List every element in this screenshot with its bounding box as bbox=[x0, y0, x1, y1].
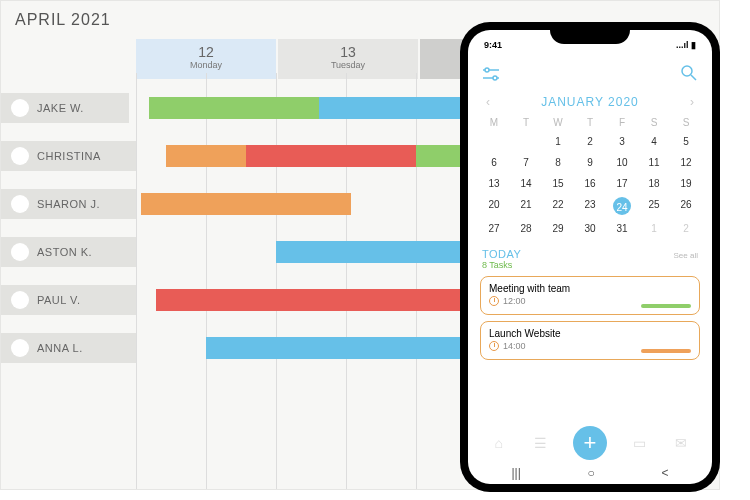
avatar bbox=[11, 339, 29, 357]
calendar-dow: T bbox=[574, 117, 606, 128]
avatar bbox=[11, 243, 29, 261]
back-button[interactable]: < bbox=[662, 466, 669, 480]
person-cell[interactable]: SHARON J. bbox=[1, 189, 136, 219]
task-progress bbox=[641, 349, 691, 353]
calendar-day[interactable]: 7 bbox=[510, 155, 542, 170]
calendar-day[interactable]: 30 bbox=[574, 221, 606, 236]
calendar-day[interactable]: 19 bbox=[670, 176, 702, 191]
calendar-day[interactable]: 5 bbox=[670, 134, 702, 149]
home-button[interactable]: ○ bbox=[588, 466, 595, 480]
chevron-right-icon[interactable]: › bbox=[690, 95, 694, 109]
svg-point-1 bbox=[485, 68, 489, 72]
calendar-day bbox=[478, 134, 510, 149]
task-card[interactable]: Launch Website14:00 bbox=[480, 321, 700, 360]
calendar-day[interactable]: 15 bbox=[542, 176, 574, 191]
calendar-day[interactable]: 24 bbox=[613, 197, 631, 215]
filter-icon[interactable] bbox=[482, 65, 500, 86]
person-cell[interactable]: CHRISTINA bbox=[1, 141, 136, 171]
phone-screen: 9:41 ...ıl ▮ ‹ JANUARY 2020 › MTWTFSS123… bbox=[468, 30, 712, 484]
task-title: Launch Website bbox=[489, 328, 691, 339]
calendar-day[interactable]: 1 bbox=[638, 221, 670, 236]
calendar-dow: S bbox=[638, 117, 670, 128]
task-bar[interactable] bbox=[246, 145, 416, 167]
list-icon[interactable]: ☰ bbox=[531, 434, 549, 452]
task-bar[interactable] bbox=[166, 145, 246, 167]
calendar-grid: MTWTFSS123456789101112131415161718192021… bbox=[478, 117, 702, 236]
svg-line-5 bbox=[691, 75, 696, 80]
search-icon[interactable] bbox=[680, 64, 698, 87]
calendar-day[interactable]: 27 bbox=[478, 221, 510, 236]
person-cell[interactable]: ASTON K. bbox=[1, 237, 136, 267]
calendar-day[interactable]: 11 bbox=[638, 155, 670, 170]
tab-bar: ⌂ ☰ + ▭ ✉ bbox=[478, 420, 702, 462]
see-all-link[interactable]: See all bbox=[674, 251, 698, 260]
calendar-day[interactable]: 18 bbox=[638, 176, 670, 191]
android-nav: ||| ○ < bbox=[478, 462, 702, 480]
task-card[interactable]: Meeting with team12:00 bbox=[480, 276, 700, 315]
calendar-day[interactable]: 2 bbox=[670, 221, 702, 236]
day-column[interactable]: 13 Tuesday bbox=[278, 39, 418, 79]
calendar-day[interactable]: 16 bbox=[574, 176, 606, 191]
calendar-day[interactable]: 21 bbox=[510, 197, 542, 215]
task-bar[interactable] bbox=[149, 97, 319, 119]
calendar-day[interactable]: 12 bbox=[670, 155, 702, 170]
calendar-day[interactable]: 23 bbox=[574, 197, 606, 215]
calendar-day[interactable]: 4 bbox=[638, 134, 670, 149]
calendar-dow: M bbox=[478, 117, 510, 128]
task-progress bbox=[641, 304, 691, 308]
calendar-dow: S bbox=[670, 117, 702, 128]
calendar-dow: W bbox=[542, 117, 574, 128]
calendar-day[interactable]: 22 bbox=[542, 197, 574, 215]
svg-point-3 bbox=[493, 76, 497, 80]
calendar-day[interactable]: 31 bbox=[606, 221, 638, 236]
today-section: TODAY 8 Tasks See all Meeting with team1… bbox=[478, 248, 702, 366]
phone-notch bbox=[550, 30, 630, 44]
calendar-day[interactable]: 9 bbox=[574, 155, 606, 170]
calendar-day[interactable]: 1 bbox=[542, 134, 574, 149]
calendar-day bbox=[510, 134, 542, 149]
task-bar[interactable] bbox=[141, 193, 351, 215]
avatar bbox=[11, 99, 29, 117]
clock-icon bbox=[489, 296, 499, 306]
today-label: TODAY bbox=[482, 248, 521, 260]
day-column[interactable]: 12 Monday bbox=[136, 39, 276, 79]
mail-icon[interactable]: ✉ bbox=[672, 434, 690, 452]
calendar-title: JANUARY 2020 bbox=[541, 95, 639, 109]
calendar-day[interactable]: 17 bbox=[606, 176, 638, 191]
recent-button[interactable]: ||| bbox=[511, 466, 520, 480]
calendar-day[interactable]: 10 bbox=[606, 155, 638, 170]
calendar-day[interactable]: 6 bbox=[478, 155, 510, 170]
calendar-day[interactable]: 2 bbox=[574, 134, 606, 149]
avatar bbox=[11, 291, 29, 309]
calendar-dow: T bbox=[510, 117, 542, 128]
person-cell[interactable]: JAKE W. bbox=[1, 93, 129, 123]
person-cell[interactable]: ANNA L. bbox=[1, 333, 136, 363]
calendar-icon[interactable]: ▭ bbox=[631, 434, 649, 452]
calendar-day[interactable]: 25 bbox=[638, 197, 670, 215]
calendar-day[interactable]: 8 bbox=[542, 155, 574, 170]
avatar bbox=[11, 195, 29, 213]
calendar-header: ‹ JANUARY 2020 › bbox=[486, 95, 694, 109]
svg-point-4 bbox=[682, 66, 692, 76]
task-bar[interactable] bbox=[206, 337, 496, 359]
calendar-day[interactable]: 3 bbox=[606, 134, 638, 149]
avatar bbox=[11, 147, 29, 165]
home-icon[interactable]: ⌂ bbox=[490, 434, 508, 452]
calendar-day[interactable]: 28 bbox=[510, 221, 542, 236]
calendar-day[interactable]: 26 bbox=[670, 197, 702, 215]
chevron-left-icon[interactable]: ‹ bbox=[486, 95, 490, 109]
app-topbar bbox=[482, 64, 698, 87]
clock-icon bbox=[489, 341, 499, 351]
calendar-day[interactable]: 13 bbox=[478, 176, 510, 191]
task-title: Meeting with team bbox=[489, 283, 691, 294]
status-indicators: ...ıl ▮ bbox=[676, 40, 696, 50]
calendar-day[interactable]: 29 bbox=[542, 221, 574, 236]
calendar-day[interactable]: 20 bbox=[478, 197, 510, 215]
person-cell[interactable]: PAUL V. bbox=[1, 285, 136, 315]
phone-frame: 9:41 ...ıl ▮ ‹ JANUARY 2020 › MTWTFSS123… bbox=[460, 22, 720, 492]
today-count: 8 Tasks bbox=[482, 260, 521, 270]
add-button[interactable]: + bbox=[573, 426, 607, 460]
calendar-day[interactable]: 14 bbox=[510, 176, 542, 191]
status-time: 9:41 bbox=[484, 40, 502, 50]
calendar-dow: F bbox=[606, 117, 638, 128]
